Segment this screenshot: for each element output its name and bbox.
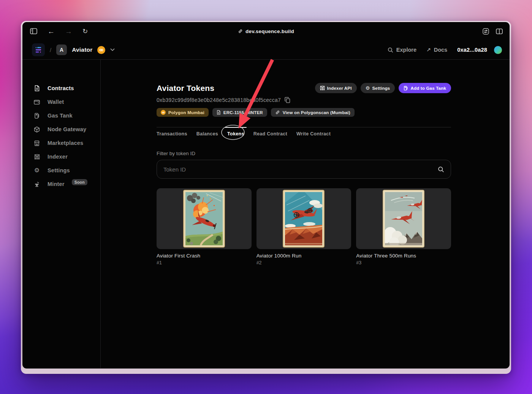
token-name: Aviator First Crash	[157, 253, 252, 259]
token-id: #2	[256, 260, 352, 265]
project-avatar[interactable]: A	[56, 44, 67, 55]
sidebar-item-contracts[interactable]: Contracts	[22, 81, 100, 95]
gas-pump-icon	[33, 113, 40, 119]
contract-icon	[217, 110, 221, 115]
token-grid: Aviator First Crash #1	[157, 188, 451, 265]
breadcrumb-separator: /	[50, 47, 51, 53]
token-card-3[interactable]	[356, 188, 451, 249]
tab-bar: Transactions Balances Tokens Read Contra…	[157, 127, 451, 137]
gear-icon: ⚙	[33, 167, 40, 173]
chevron-down-icon[interactable]	[110, 48, 115, 51]
back-icon[interactable]: ←	[48, 28, 55, 35]
sidebar-item-wallet[interactable]: Wallet	[22, 95, 100, 109]
add-to-gas-tank-button[interactable]: Add to Gas Tank	[399, 83, 451, 93]
token-cell-1: Aviator First Crash #1	[157, 188, 252, 265]
docs-button[interactable]: ↗ Docs	[426, 47, 447, 53]
contract-type-badge: ERC-1155-MINTER	[212, 108, 267, 117]
grid-icon	[33, 154, 40, 160]
filter-label: Filter by token ID	[157, 151, 451, 156]
indexer-api-button[interactable]: Indexer API	[315, 83, 357, 93]
tab-read-contract[interactable]: Read Contract	[253, 131, 287, 137]
reload-icon[interactable]: ↻	[82, 27, 88, 35]
tab-transactions[interactable]: Transactions	[157, 131, 187, 137]
active-tab-indicator	[225, 127, 247, 128]
grid-icon	[320, 86, 325, 91]
token-id: #1	[157, 260, 252, 265]
token-cell-2: Aviator 1000m Run #2	[256, 188, 352, 265]
contract-address: 0xb392c99d9f8e3e0b248e5c283818bea0f5cecc…	[157, 97, 281, 103]
tab-write-contract[interactable]: Write Contract	[296, 131, 331, 137]
token-image-first-crash	[183, 190, 225, 248]
network-badge: Polygon Mumbai	[157, 108, 209, 117]
soon-badge: Soon	[72, 179, 87, 185]
tab-tokens[interactable]: Tokens	[227, 131, 244, 137]
sidebar-toggle-icon[interactable]	[30, 28, 37, 34]
gas-pump-icon	[404, 86, 408, 91]
storefront-icon	[33, 140, 40, 146]
token-cell-3: Aviator Three 500m Runs #3	[356, 188, 451, 265]
token-card-1[interactable]	[157, 188, 252, 249]
explore-button[interactable]: Explore	[388, 47, 416, 53]
main-content: Aviator Tokens Indexer API	[157, 60, 451, 368]
token-name: Aviator 1000m Run	[256, 253, 352, 259]
forward-icon[interactable]: →	[65, 28, 72, 35]
copy-icon[interactable]	[285, 97, 290, 103]
token-image-three-500m-runs	[383, 190, 424, 248]
cube-icon	[33, 126, 40, 133]
gear-icon: ⚙	[366, 86, 370, 91]
token-id: #3	[356, 260, 451, 265]
project-name[interactable]: Aviator	[72, 46, 92, 53]
arrow-up-right-icon: ↗	[426, 47, 431, 53]
wallet-avatar[interactable]	[494, 46, 502, 54]
wallet-icon	[33, 99, 40, 105]
sidebar: Contracts Wallet	[22, 60, 101, 368]
token-image-1000m-run	[283, 190, 325, 248]
token-id-input[interactable]	[163, 166, 438, 173]
token-card-2[interactable]	[256, 188, 352, 249]
contract-icon	[33, 85, 40, 91]
token-name: Aviator Three 500m Runs	[356, 253, 451, 259]
reader-settings-icon[interactable]	[483, 28, 489, 35]
app-header: / A Aviator	[22, 40, 510, 60]
browser-toolbar: ← → ↻ dev.sequence.build	[22, 22, 510, 40]
search-icon	[388, 47, 393, 53]
browser-window: ← → ↻ dev.sequence.build	[21, 21, 511, 374]
search-icon	[438, 166, 444, 173]
wallet-address[interactable]: 0xa2...0a28	[457, 47, 487, 53]
tab-balances[interactable]: Balances	[196, 131, 218, 137]
token-id-search[interactable]	[157, 160, 451, 179]
link-icon	[238, 29, 243, 34]
polygon-network-icon	[161, 110, 166, 115]
link-icon	[275, 110, 280, 115]
url-text: dev.sequence.build	[245, 29, 294, 34]
sidebar-item-indexer[interactable]: Indexer	[22, 150, 100, 164]
sidebar-item-gas-tank[interactable]: Gas Tank	[22, 109, 100, 122]
explorer-link-badge[interactable]: View on Polygonscan (Mumbai)	[271, 108, 355, 117]
sidebar-item-minter[interactable]: Minter Soon	[22, 177, 100, 191]
sidebar-item-marketplaces[interactable]: Marketplaces	[22, 136, 100, 150]
sequence-logo-icon[interactable]	[32, 43, 45, 56]
desktop-wallpaper: ← → ↻ dev.sequence.build	[0, 0, 532, 394]
sidebar-item-settings[interactable]: ⚙ Settings	[22, 164, 100, 177]
address-bar[interactable]: dev.sequence.build	[238, 29, 294, 34]
network-icon	[97, 46, 105, 54]
split-view-icon[interactable]	[496, 29, 503, 34]
contract-settings-button[interactable]: ⚙ Settings	[361, 83, 395, 93]
page-title: Aviator Tokens	[157, 84, 214, 93]
sidebar-item-node-gateway[interactable]: Node Gateway	[22, 122, 100, 136]
minter-icon	[33, 181, 40, 187]
